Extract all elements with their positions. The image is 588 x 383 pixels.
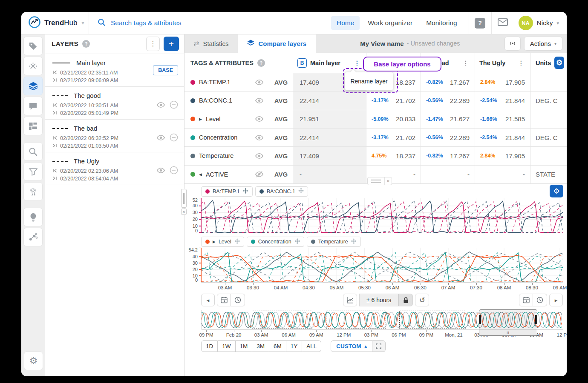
tab-statistics[interactable]: ⇄ Statistics <box>184 34 238 53</box>
selection-handle-right[interactable] <box>535 315 537 324</box>
search-input[interactable] <box>110 19 248 27</box>
trend-chart-1[interactable]: 52403020100 <box>188 198 563 233</box>
nav-monitoring[interactable]: Monitoring <box>421 16 462 30</box>
layer-item[interactable]: The good02/20/2022 10:30:51 AM02/20/2022… <box>45 87 184 120</box>
units-settings-button[interactable]: ⚙ <box>554 57 564 69</box>
pan-left-button[interactable]: ◂ <box>201 294 215 306</box>
search-bar[interactable] <box>89 18 331 28</box>
layer-remove-button[interactable] <box>170 166 178 176</box>
tag-cell[interactable]: Concentration <box>184 129 269 147</box>
close-icon[interactable]: ✕ <box>384 177 392 185</box>
help-circle-icon[interactable]: ? <box>82 40 90 48</box>
layer-item[interactable]: The Ugly02/20/2022 02:23:06 AM02/20/2022… <box>45 152 184 185</box>
aggregation-cell[interactable]: AVG <box>269 110 293 129</box>
aggregation-cell[interactable]: AVG <box>269 73 293 91</box>
pan-right-button[interactable]: ▸ <box>549 294 563 306</box>
table-row[interactable]: ConcentrationAVG22.414-3.17%21.702-0.56%… <box>184 129 567 147</box>
lock-range-button[interactable] <box>398 294 413 306</box>
legend-chip[interactable]: BA:CONC.1 <box>255 186 308 197</box>
the-bad-options-button[interactable]: ⋮ <box>461 59 470 67</box>
tag-cell[interactable]: Temperature <box>184 147 269 165</box>
expander-icon[interactable]: ◀ <box>199 172 202 177</box>
close-icon[interactable]: ✕ <box>181 209 187 215</box>
trend-chart-2[interactable]: 54.2403020100 <box>188 248 563 282</box>
rail-search-button[interactable] <box>23 142 43 161</box>
chart-settings-button[interactable]: ⚙ <box>550 185 563 197</box>
add-layer-button[interactable]: + <box>164 37 179 51</box>
expander-icon[interactable]: ▶ <box>213 240 216 244</box>
rail-dashboard-button[interactable] <box>23 117 43 135</box>
rail-tag-button[interactable] <box>23 37 43 55</box>
the-ugly-options-button[interactable]: ⋮ <box>516 59 526 67</box>
zoom-preset-6m[interactable]: 6M <box>269 340 286 352</box>
move-icon[interactable] <box>234 238 240 245</box>
nav-home[interactable]: Home <box>331 16 360 30</box>
time-range-label[interactable]: ± 6 hours <box>360 294 398 306</box>
brand-caret-icon[interactable]: ▾ <box>81 20 84 26</box>
rail-context-items-button[interactable] <box>23 57 43 75</box>
tag-cell[interactable]: ◀ACTIVE <box>184 166 269 184</box>
layer-remove-button[interactable] <box>170 100 178 111</box>
move-icon[interactable] <box>351 238 357 245</box>
table-row[interactable]: TemperatureAVG17.4094.75%18.237-0.82%17.… <box>184 147 567 165</box>
legend-chip[interactable]: BA:TEMP.1 <box>201 186 253 197</box>
rail-settings-button[interactable]: ⚙ <box>24 352 43 370</box>
legend-chip[interactable]: ▶Level <box>201 237 244 247</box>
tag-cell[interactable]: BA:TEMP.1 <box>184 73 269 91</box>
move-icon[interactable] <box>298 188 304 195</box>
table-row[interactable]: BA:CONC.1AVG22.414-3.17%21.702-0.56%22.2… <box>184 91 567 110</box>
custom-range-button[interactable]: CUSTOM▴ <box>331 340 372 352</box>
rename-layer-menu-item[interactable]: Rename layer <box>345 72 393 90</box>
clock-button[interactable] <box>533 294 547 306</box>
vertical-resize-handle[interactable]: ✕ <box>181 189 187 215</box>
selection-grip[interactable]: II <box>479 330 537 336</box>
rail-comment-button[interactable] <box>23 97 43 115</box>
aggregation-cell[interactable]: AVG <box>269 129 293 147</box>
compare-mode-button[interactable] <box>343 294 357 306</box>
layer-visibility-toggle[interactable] <box>156 102 165 110</box>
zoom-preset-1d[interactable]: 1D <box>201 340 218 352</box>
aggregation-cell[interactable]: AVG <box>269 166 293 184</box>
zoom-preset-all[interactable]: ALL <box>302 340 321 352</box>
history-button[interactable]: ↺ <box>415 294 429 306</box>
zoom-preset-1y[interactable]: 1Y <box>286 340 303 352</box>
calendar-button[interactable] <box>519 294 533 306</box>
selection-handle-left[interactable] <box>479 315 481 324</box>
context-layer-region-good[interactable] <box>326 311 386 329</box>
visibility-eye-icon[interactable] <box>255 79 264 86</box>
legend-chip[interactable]: Concentration <box>247 237 304 247</box>
layer-item[interactable]: Main layer02/21/2022 02:35:11 AM02/21/20… <box>45 54 184 87</box>
expander-icon[interactable]: ▶ <box>199 117 202 121</box>
rail-recommendations-button[interactable] <box>23 228 43 246</box>
messages-button[interactable] <box>492 12 514 34</box>
help-button[interactable]: ? <box>469 12 491 34</box>
horizontal-resize-handle[interactable]: ✕ <box>367 177 392 185</box>
actions-button[interactable]: Actions▾ <box>524 37 562 51</box>
layer-remove-button[interactable] <box>170 133 178 143</box>
tag-cell[interactable]: BA:CONC.1 <box>184 91 269 110</box>
rail-fingerprint-button[interactable] <box>23 182 43 201</box>
fit-range-button[interactable] <box>372 340 386 352</box>
visibility-eye-icon[interactable] <box>255 153 264 159</box>
table-row[interactable]: ▶LevelAVG21.951-5.09%20.833-1.47%21.627-… <box>184 110 567 129</box>
main-layer-options-button[interactable]: ⋮ <box>352 59 362 67</box>
layers-menu-button[interactable]: ⋮ <box>146 37 160 51</box>
broadcast-button[interactable] <box>504 37 521 51</box>
context-layer-region-ugly[interactable] <box>252 311 312 329</box>
tag-cell[interactable]: ▶Level <box>184 110 269 129</box>
user-menu[interactable]: NA Nicky ▾ <box>514 16 567 30</box>
visibility-eye-icon[interactable] <box>255 134 264 141</box>
context-selection-window[interactable] <box>479 309 537 331</box>
context-overview-bar[interactable]: II <box>201 310 563 330</box>
help-circle-icon[interactable]: ? <box>257 59 265 67</box>
visibility-eye-off-icon[interactable] <box>255 171 264 178</box>
legend-chip[interactable]: Temperature <box>307 237 361 247</box>
aggregation-cell[interactable]: AVG <box>269 91 293 110</box>
visibility-eye-icon[interactable] <box>255 97 264 104</box>
visibility-eye-icon[interactable] <box>255 116 264 122</box>
zoom-preset-1m[interactable]: 1M <box>236 340 253 352</box>
layer-visibility-toggle[interactable] <box>156 134 165 143</box>
tab-compare-layers[interactable]: Compare layers <box>238 34 316 53</box>
context-layer-region-bad[interactable] <box>399 311 466 329</box>
clock-button[interactable] <box>231 294 245 306</box>
